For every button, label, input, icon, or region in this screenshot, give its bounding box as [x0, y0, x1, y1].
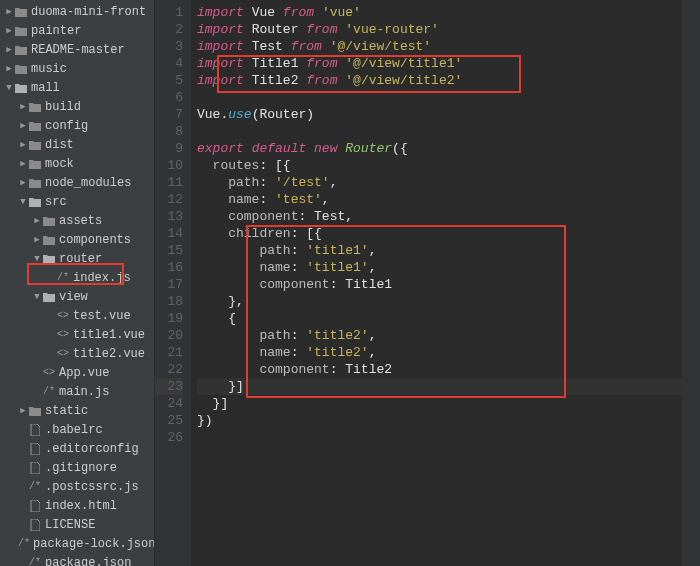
tree-item-mock[interactable]: ▶mock: [0, 154, 154, 173]
tree-item-painter[interactable]: ▶painter: [0, 21, 154, 40]
code-line[interactable]: path: '/test',: [197, 174, 682, 191]
tree-item-index-js[interactable]: /*index.js: [0, 268, 154, 287]
file-icon: [28, 462, 42, 474]
tree-item-build[interactable]: ▶build: [0, 97, 154, 116]
code-line[interactable]: },: [197, 293, 682, 310]
tree-item-readme-master[interactable]: ▶README-master: [0, 40, 154, 59]
code-line[interactable]: component: Title1: [197, 276, 682, 293]
code-editor[interactable]: 1234567891011121314151617181920212223242…: [155, 0, 700, 566]
tree-item-mall[interactable]: ▼mall: [0, 78, 154, 97]
tree-item-src[interactable]: ▼src: [0, 192, 154, 211]
file-explorer-sidebar[interactable]: ▶duoma-mini-front▶painter▶README-master▶…: [0, 0, 155, 566]
token-op: :: [259, 192, 275, 207]
folder-icon: [14, 64, 28, 74]
token-op: [244, 22, 252, 37]
tree-item-title1-vue[interactable]: <>title1.vue: [0, 325, 154, 344]
tree-item-components[interactable]: ▶components: [0, 230, 154, 249]
tree-item-config[interactable]: ▶config: [0, 116, 154, 135]
tree-item--gitignore[interactable]: .gitignore: [0, 458, 154, 477]
tree-item-license[interactable]: LICENSE: [0, 515, 154, 534]
code-line[interactable]: component: Test,: [197, 208, 682, 225]
expand-arrow-icon[interactable]: ▼: [18, 197, 28, 207]
tree-item-label: .babelrc: [45, 423, 103, 437]
tree-item--editorconfig[interactable]: .editorconfig: [0, 439, 154, 458]
tree-item-duoma-mini-front[interactable]: ▶duoma-mini-front: [0, 2, 154, 21]
code-line[interactable]: children: [{: [197, 225, 682, 242]
expand-arrow-icon[interactable]: ▼: [32, 292, 42, 302]
token-op: ,: [345, 209, 353, 224]
tree-item-node-modules[interactable]: ▶node_modules: [0, 173, 154, 192]
tree-item-assets[interactable]: ▶assets: [0, 211, 154, 230]
code-area[interactable]: import Vue from 'vue'import Router from …: [191, 0, 682, 566]
tree-item-dist[interactable]: ▶dist: [0, 135, 154, 154]
tree-item-view[interactable]: ▼view: [0, 287, 154, 306]
code-line[interactable]: path: 'title1',: [197, 242, 682, 259]
token-op: [275, 5, 283, 20]
tree-item--postcssrc-js[interactable]: /*.postcssrc.js: [0, 477, 154, 496]
token-this: Router: [345, 141, 392, 156]
code-line[interactable]: [197, 89, 682, 106]
expand-arrow-icon[interactable]: ▶: [18, 177, 28, 188]
tree-item-label: build: [45, 100, 81, 114]
tree-item-music[interactable]: ▶music: [0, 59, 154, 78]
code-line[interactable]: name: 'title1',: [197, 259, 682, 276]
code-line[interactable]: Vue.use(Router): [197, 106, 682, 123]
code-line[interactable]: name: 'test',: [197, 191, 682, 208]
file-icon: [28, 519, 42, 531]
expand-arrow-icon[interactable]: ▶: [4, 6, 14, 17]
code-line[interactable]: routes: [{: [197, 157, 682, 174]
tree-item-package-json[interactable]: /*package.json: [0, 553, 154, 566]
tree-item-index-html[interactable]: index.html: [0, 496, 154, 515]
tree-item-router[interactable]: ▼router: [0, 249, 154, 268]
folder-open-icon: [28, 197, 42, 207]
code-line[interactable]: [197, 429, 682, 446]
expand-arrow-icon[interactable]: ▶: [4, 44, 14, 55]
code-line[interactable]: import Title2 from '@/view/title2': [197, 72, 682, 89]
token-prop: routes: [213, 158, 260, 173]
code-line[interactable]: {: [197, 310, 682, 327]
code-line[interactable]: import Vue from 'vue': [197, 4, 682, 21]
code-line[interactable]: component: Title2: [197, 361, 682, 378]
minimap[interactable]: [682, 0, 700, 566]
token-op: :: [298, 209, 314, 224]
folder-icon: [14, 26, 28, 36]
tree-item-test-vue[interactable]: <>test.vue: [0, 306, 154, 325]
line-number: 1: [155, 4, 183, 21]
tree-item-package-lock-json[interactable]: /*package-lock.json: [0, 534, 154, 553]
code-line[interactable]: [197, 123, 682, 140]
expand-arrow-icon[interactable]: ▼: [4, 83, 14, 93]
code-line[interactable]: import Router from 'vue-router': [197, 21, 682, 38]
expand-arrow-icon[interactable]: ▶: [32, 234, 42, 245]
token-op: ,: [322, 192, 330, 207]
tree-item-title2-vue[interactable]: <>title2.vue: [0, 344, 154, 363]
code-line[interactable]: export default new Router({: [197, 140, 682, 157]
tree-item-main-js[interactable]: /*main.js: [0, 382, 154, 401]
expand-arrow-icon[interactable]: ▶: [18, 139, 28, 150]
expand-arrow-icon[interactable]: ▶: [18, 101, 28, 112]
code-line[interactable]: import Test from '@/view/test': [197, 38, 682, 55]
code-line[interactable]: }]: [197, 395, 682, 412]
tree-item-static[interactable]: ▶static: [0, 401, 154, 420]
expand-arrow-icon[interactable]: ▶: [4, 25, 14, 36]
folder-icon: [28, 140, 42, 150]
folder-open-icon: [42, 292, 56, 302]
expand-arrow-icon[interactable]: ▼: [32, 254, 42, 264]
token-op: [197, 345, 259, 360]
expand-arrow-icon[interactable]: ▶: [4, 63, 14, 74]
code-line[interactable]: import Title1 from '@/view/title1': [197, 55, 682, 72]
vue-icon: <>: [56, 310, 70, 321]
tree-item--babelrc[interactable]: .babelrc: [0, 420, 154, 439]
code-line[interactable]: }]: [197, 378, 682, 395]
code-line[interactable]: path: 'title2',: [197, 327, 682, 344]
expand-arrow-icon[interactable]: ▶: [18, 120, 28, 131]
token-op: ,: [369, 345, 377, 360]
token-str: 'title1': [306, 260, 368, 275]
code-line[interactable]: name: 'title2',: [197, 344, 682, 361]
token-kw: import: [197, 5, 244, 20]
expand-arrow-icon[interactable]: ▶: [18, 405, 28, 416]
expand-arrow-icon[interactable]: ▶: [18, 158, 28, 169]
code-line[interactable]: }): [197, 412, 682, 429]
tree-item-app-vue[interactable]: <>App.vue: [0, 363, 154, 382]
expand-arrow-icon[interactable]: ▶: [32, 215, 42, 226]
line-number: 17: [155, 276, 183, 293]
